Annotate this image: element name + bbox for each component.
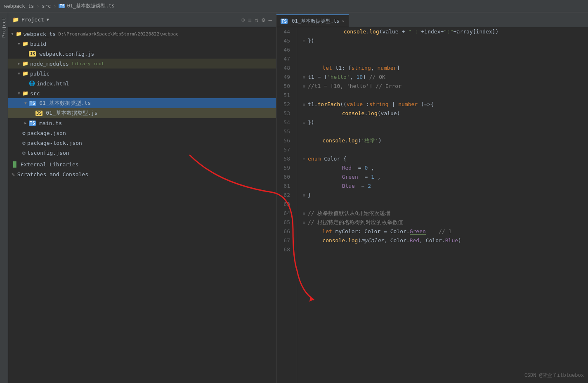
panel-dropdown-icon[interactable]: ▼ xyxy=(47,17,49,22)
line-num-67: 67 xyxy=(276,236,293,245)
locate-icon[interactable]: ⊕ xyxy=(241,17,245,23)
collapse-icon[interactable]: ≡ xyxy=(248,17,251,23)
code-line-63 xyxy=(301,200,588,209)
breadcrumb-item-3: TS 01_基本数据类型.ts xyxy=(59,2,114,9)
tree-item-build[interactable]: ▼ 📁 build xyxy=(8,39,276,49)
code-line-53: console.log(value) xyxy=(301,109,588,118)
line-65-code: // 根据特定的名称得到对应的枚举数值 xyxy=(308,218,403,227)
tree-item-node-modules[interactable]: ▶ 📁 node_modules library root xyxy=(8,59,276,69)
fold-icon-49[interactable]: ⊟ xyxy=(301,74,307,80)
code-line-48: let t1: [string, number] xyxy=(301,64,588,73)
scratches-consoles[interactable]: ✎ Scratches and Consoles xyxy=(8,169,276,179)
code-line-66: let myColor: Color = Color.Green // 1 xyxy=(301,227,588,236)
code-line-46 xyxy=(301,45,588,54)
tree-item-src[interactable]: ▼ 📁 src xyxy=(8,88,276,98)
code-line-49: ⊟ t1 = ['hello', 10] // OK xyxy=(301,73,588,82)
panel-header-left: 📁 Project ▼ xyxy=(12,17,49,23)
breadcrumb-item-1[interactable]: webpack_ts xyxy=(4,3,34,9)
fold-icon-58[interactable]: ⊟ xyxy=(301,156,307,162)
watermark: CSDN @蓝盒子itbluebox xyxy=(524,372,584,379)
code-line-67: console.log(myColor, Color.Red, Color.Bl… xyxy=(301,236,588,245)
tree-item-ts-file[interactable]: ▼ TS 01_基本数据类型.ts xyxy=(8,98,276,108)
fold-icon-62[interactable]: ⊟ xyxy=(301,192,307,198)
fold-icon-52[interactable]: ⊟ xyxy=(301,102,307,107)
line-num-66: 66 xyxy=(276,227,293,236)
ext-lib-icon: ▐▌ xyxy=(12,161,18,168)
fold-icon-50[interactable]: ⊟ xyxy=(301,83,307,89)
fold-icon-65[interactable]: ⊟ xyxy=(301,220,307,225)
tree-item-package-lock[interactable]: ⚙ package-lock.json xyxy=(8,138,276,148)
line-56-code: console.log('枚举') xyxy=(308,136,382,145)
line-61-code: Blue = 2 xyxy=(308,182,371,191)
folder-icon: 📁 xyxy=(22,90,28,96)
external-libraries[interactable]: ▐▌ External Libraries xyxy=(8,159,276,169)
js-file-icon: JS xyxy=(35,110,43,116)
line-58-code: enum Color { xyxy=(308,154,347,163)
tree-item-webpack-ts[interactable]: ▼ 📁 webpack_ts D:\ProgramWorkSpace\WebSt… xyxy=(8,29,276,39)
ts-file-icon: TS xyxy=(29,100,36,106)
expand-arrow: ▼ xyxy=(23,101,28,105)
tree-item-package-json[interactable]: ⚙ package.json xyxy=(8,128,276,138)
library-badge: library root xyxy=(71,61,104,66)
code-line-51 xyxy=(301,91,588,100)
line-numbers: 44 45 46 47 48 49 50 51 52 53 54 55 56 5… xyxy=(276,27,297,383)
item-name: index.html xyxy=(37,80,69,87)
folder-icon: 📁 xyxy=(16,31,22,37)
item-name: public xyxy=(30,71,50,77)
line-num-52: 52 xyxy=(276,100,293,109)
settings-icon[interactable]: ⚙ xyxy=(262,17,265,23)
line-44-code: console.log(value + " :"+index+":"+array… xyxy=(308,27,498,36)
scratch-label: Scratches and Consoles xyxy=(17,171,88,177)
expand-arrow: ▶ xyxy=(17,61,21,66)
code-line-56: console.log('枚举') xyxy=(301,136,588,145)
expand-arrow: ▼ xyxy=(17,42,21,46)
code-line-65: ⊟ // 根据特定的名称得到对应的枚举数值 xyxy=(301,218,588,227)
breadcrumb: webpack_ts › src › TS 01_基本数据类型.ts xyxy=(4,2,115,9)
scratch-icon: ✎ xyxy=(12,171,15,177)
line-num-48: 48 xyxy=(276,64,293,73)
expand-arrow: ▶ xyxy=(23,121,28,125)
tree-item-tsconfig[interactable]: ⚙ tsconfig.json xyxy=(8,148,276,158)
line-num-51: 51 xyxy=(276,91,293,100)
code-line-45: ⊟ }) xyxy=(301,36,588,45)
tree-item-public[interactable]: ▼ 📁 public xyxy=(8,69,276,78)
line-num-61: 61 xyxy=(276,182,293,191)
line-45-code: }) xyxy=(308,36,314,45)
project-panel: 📁 Project ▼ ⊕ ≡ ⇅ ⚙ — ▼ 📁 webpack_ts D:\… xyxy=(8,12,276,383)
expand-arrow: ▼ xyxy=(17,91,21,95)
panel-title: Project xyxy=(21,17,44,23)
sort-icon[interactable]: ⇅ xyxy=(255,17,258,23)
expand-arrow: ▼ xyxy=(10,32,15,36)
panel-header: 📁 Project ▼ ⊕ ≡ ⇅ ⚙ — xyxy=(8,12,276,27)
tab-bar: TS 01_基本数据类型.ts × xyxy=(276,12,588,27)
minimize-icon[interactable]: — xyxy=(269,17,272,23)
breadcrumb-filename[interactable]: 01_基本数据类型.ts xyxy=(67,2,114,9)
tree-item-main-ts[interactable]: ▶ TS main.ts xyxy=(8,118,276,128)
line-num-65: 65 xyxy=(276,218,293,227)
js-file-icon: JS xyxy=(29,51,36,57)
breadcrumb-item-2[interactable]: src xyxy=(42,3,51,9)
line-num-45: 45 xyxy=(276,36,293,45)
tree-item-js-file[interactable]: JS 01_基本数据类型.js xyxy=(8,108,276,118)
line-num-64: 64 xyxy=(276,209,293,218)
code-line-57 xyxy=(301,145,588,154)
line-59-code: Red = 0 , xyxy=(308,163,374,173)
activity-bar-label: Project xyxy=(1,16,7,39)
tree-item-webpack-config[interactable]: JS webpack.config.js xyxy=(8,49,276,59)
line-num-50: 50 xyxy=(276,82,293,91)
fold-icon-64[interactable]: ⊟ xyxy=(301,210,307,216)
panel-header-icons: ⊕ ≡ ⇅ ⚙ — xyxy=(241,17,272,23)
tree-item-index-html[interactable]: 🌐 index.html xyxy=(8,78,276,88)
line-60-code: Green = 1 , xyxy=(308,173,381,182)
ext-lib-label: External Libraries xyxy=(21,161,79,168)
line-num-62: 62 xyxy=(276,191,293,200)
editor-tab-ts[interactable]: TS 01_基本数据类型.ts × xyxy=(276,14,349,27)
line-49-code: t1 = ['hello', 10] // OK xyxy=(308,73,385,82)
code-line-55 xyxy=(301,127,588,136)
item-name: package-lock.json xyxy=(27,140,82,146)
fold-icon-54[interactable]: ⊟ xyxy=(301,120,307,125)
tab-close-button[interactable]: × xyxy=(342,19,345,24)
line-num-63: 63 xyxy=(276,200,293,209)
item-name: package.json xyxy=(27,130,66,136)
fold-icon-45[interactable]: ⊟ xyxy=(301,38,307,44)
